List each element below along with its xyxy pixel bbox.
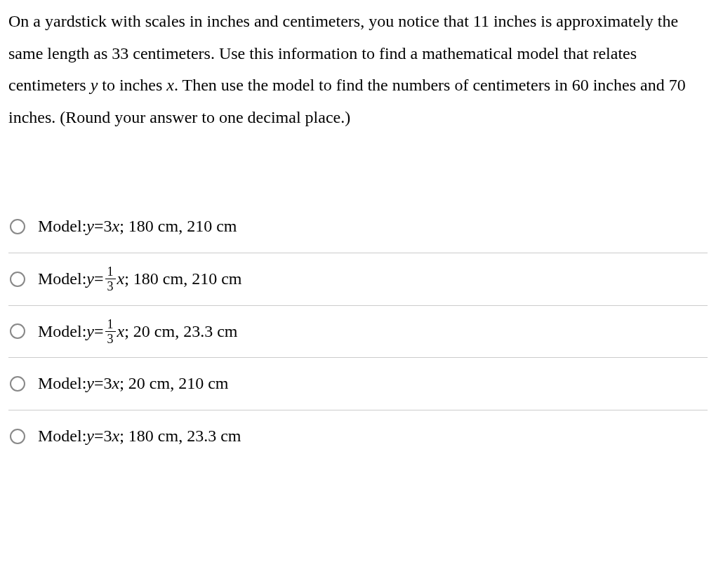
model-label: Model:	[38, 316, 86, 348]
x-var: x	[112, 368, 120, 400]
coef: 3	[104, 211, 112, 243]
model-label: Model:	[38, 420, 86, 453]
radio-icon[interactable]	[10, 272, 25, 287]
fraction-icon: 1 3	[105, 318, 116, 345]
rest: ; 180 cm, 210 cm	[119, 211, 237, 243]
equals: =	[94, 368, 104, 400]
rest: ; 20 cm, 210 cm	[119, 368, 228, 400]
rest: ; 20 cm, 23.3 cm	[124, 316, 237, 348]
option-text: Model: y = 3x; 180 cm, 210 cm	[38, 211, 237, 243]
fraction-icon: 1 3	[105, 265, 116, 293]
rest: ; 180 cm, 23.3 cm	[119, 420, 241, 453]
model-label: Model:	[38, 263, 86, 295]
radio-icon[interactable]	[10, 376, 25, 392]
y-var: y	[86, 368, 94, 400]
x-var: x	[112, 420, 120, 453]
x-var: x	[112, 211, 120, 243]
coef: 3	[104, 368, 112, 400]
option-row[interactable]: Model: y = 1 3 x; 180 cm, 210 cm	[8, 253, 708, 306]
question-text: On a yardstick with scales in inches and…	[8, 6, 708, 133]
option-row[interactable]: Model: y = 3x; 180 cm, 23.3 cm	[8, 410, 708, 462]
x-var: x	[117, 316, 125, 348]
option-row[interactable]: Model: y = 3x; 180 cm, 210 cm	[8, 201, 708, 253]
model-label: Model:	[38, 211, 86, 243]
equals: =	[94, 316, 104, 348]
model-label: Model:	[38, 368, 86, 400]
equals: =	[94, 420, 104, 453]
radio-icon[interactable]	[10, 429, 25, 444]
y-var: y	[86, 316, 94, 348]
option-text: Model: y = 3x; 180 cm, 23.3 cm	[38, 420, 241, 453]
equals: =	[94, 263, 104, 295]
y-var: y	[86, 263, 94, 295]
x-var: x	[117, 263, 125, 295]
y-var: y	[86, 420, 94, 453]
equals: =	[94, 211, 104, 243]
numerator: 1	[105, 318, 116, 332]
option-row[interactable]: Model: y = 1 3 x; 20 cm, 23.3 cm	[8, 306, 708, 359]
option-text: Model: y = 1 3 x; 180 cm, 210 cm	[38, 263, 242, 295]
coef: 3	[104, 420, 112, 453]
option-text: Model: y = 3x; 20 cm, 210 cm	[38, 368, 229, 400]
denominator: 3	[105, 279, 116, 293]
numerator: 1	[105, 265, 116, 279]
y-var: y	[86, 211, 94, 243]
option-row[interactable]: Model: y = 3x; 20 cm, 210 cm	[8, 358, 708, 410]
rest: ; 180 cm, 210 cm	[124, 263, 241, 295]
option-text: Model: y = 1 3 x; 20 cm, 23.3 cm	[38, 316, 238, 348]
options-list: Model: y = 3x; 180 cm, 210 cm Model: y =…	[8, 201, 708, 462]
variable-x: x	[166, 76, 174, 94]
radio-icon[interactable]	[10, 323, 25, 339]
denominator: 3	[105, 332, 116, 345]
variable-y: y	[91, 76, 98, 94]
question-part-2: to inches	[98, 76, 166, 94]
radio-icon[interactable]	[10, 219, 25, 234]
